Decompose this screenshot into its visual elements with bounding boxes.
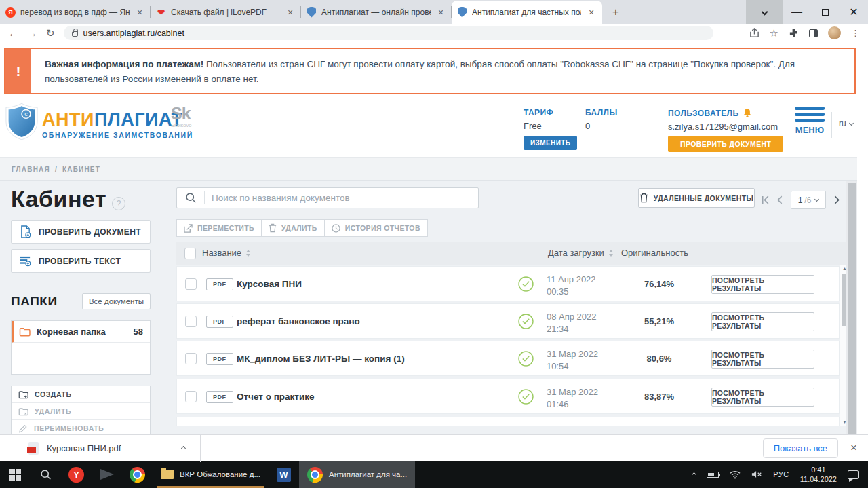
yandex-favicon: Я: [5, 7, 16, 18]
sort-name-icon[interactable]: [246, 250, 250, 257]
document-name[interactable]: Отчет о практике: [237, 392, 314, 402]
close-download-bar-icon[interactable]: ×: [850, 441, 857, 455]
tab-close-icon[interactable]: ×: [586, 7, 597, 18]
tab-close-icon[interactable]: ×: [285, 7, 296, 18]
page-select[interactable]: 1 /6: [791, 191, 826, 209]
tray-expand-icon[interactable]: [692, 472, 696, 476]
search-icon: [40, 469, 52, 481]
page-scrollbar[interactable]: ▼: [846, 181, 857, 434]
bookmark-star-icon[interactable]: ☆: [770, 27, 778, 39]
browser-menu-icon[interactable]: ⋮: [851, 28, 860, 38]
word-button[interactable]: W: [269, 461, 299, 488]
app-button[interactable]: [92, 461, 122, 488]
create-folder-button[interactable]: СОЗДАТЬ: [12, 386, 150, 403]
tab-yandex-search[interactable]: Я перевод из ворд в пдф — Яндекс: ×: [0, 1, 151, 24]
row-checkbox[interactable]: [185, 353, 197, 364]
first-page-icon[interactable]: [761, 195, 770, 204]
report-history-button[interactable]: ИСТОРИЯ ОТЧЕТОВ: [324, 219, 428, 237]
breadcrumb: ГЛАВНАЯ / КАБИНЕТ: [0, 157, 857, 181]
battery-icon[interactable]: [707, 472, 719, 478]
search-input[interactable]: [205, 193, 478, 203]
deleted-documents-button[interactable]: УДАЛЕННЫЕ ДОКУМЕНТЫ: [638, 188, 755, 208]
new-tab-button[interactable]: +: [606, 3, 625, 22]
delete-button[interactable]: УДАЛИТЬ: [261, 219, 325, 237]
check-text-button[interactable]: ПРОВЕРИТЬ ТЕКСТ: [11, 249, 151, 273]
language-selector[interactable]: ru: [839, 119, 853, 128]
move-button[interactable]: ПЕРЕМЕСТИТЬ: [176, 219, 262, 237]
start-button[interactable]: [0, 461, 31, 488]
rename-folder-button[interactable]: ПЕРЕИМЕНОВАТЬ: [12, 420, 150, 434]
shield-favicon: [307, 7, 316, 18]
menu-button[interactable]: МЕНЮ: [795, 107, 825, 135]
sort-date-icon[interactable]: [609, 250, 613, 257]
change-tariff-button[interactable]: ИЗМЕНИТЬ: [524, 136, 577, 150]
tab-antiplagiat-cabinet[interactable]: Антиплагиат для частных пользов ×: [452, 1, 602, 24]
side-panel-icon[interactable]: [809, 29, 818, 37]
all-documents-button[interactable]: Все документы: [82, 293, 151, 309]
document-name[interactable]: МК_диплом БЕЗ ЛИТ-РЫ — копия (1): [237, 354, 405, 364]
show-all-downloads-button[interactable]: Показать все: [763, 438, 838, 458]
yandex-icon: Y: [68, 467, 84, 483]
select-all-checkbox[interactable]: [184, 248, 196, 259]
explorer-window-button[interactable]: ВКР Обжалование д...: [153, 461, 269, 488]
chrome-icon: [130, 467, 145, 483]
notification-bell-icon[interactable]: [743, 108, 752, 118]
view-results-button[interactable]: ПОСМОТРЕТЬ РЕЗУЛЬТАТЫ: [711, 312, 814, 331]
forward-icon[interactable]: →: [27, 27, 37, 39]
prev-page-icon[interactable]: [776, 195, 785, 204]
minimize-button[interactable]: —: [783, 0, 811, 24]
close-button[interactable]: ✕: [840, 0, 868, 24]
action-center-icon[interactable]: [848, 470, 859, 479]
keyboard-language[interactable]: РУС: [773, 470, 789, 478]
tab-ilovepdf[interactable]: ❤ Скачать файл | iLovePDF ×: [151, 1, 301, 24]
help-icon[interactable]: ?: [112, 197, 125, 210]
check-document-header-button[interactable]: ПРОВЕРИТЬ ДОКУМЕНТ: [668, 136, 783, 152]
next-page-icon[interactable]: [832, 195, 841, 204]
view-results-button[interactable]: ПОСМОТРЕТЬ РЕЗУЛЬТАТЫ: [711, 350, 814, 369]
clock[interactable]: 0:4111.04.2022: [800, 465, 837, 485]
view-results-button[interactable]: ПОСМОТРЕТЬ РЕЗУЛЬТАТЫ: [711, 388, 814, 407]
document-name[interactable]: Курсовая ПНИ: [237, 279, 302, 289]
download-file-name: Курсовая ПНИ.pdf: [47, 443, 121, 453]
tariff-value: Free: [524, 121, 577, 131]
yandex-browser-button[interactable]: Y: [61, 461, 92, 488]
trash-icon: [639, 193, 648, 203]
page-count: /6: [804, 195, 811, 205]
row-checkbox[interactable]: [185, 278, 197, 290]
originality-value: 55,21%: [622, 316, 696, 326]
tab-antiplagiat-check[interactable]: Антиплагиат — онлайн проверка т ×: [301, 1, 452, 24]
downloaded-file-item[interactable]: Курсовая ПНИ.pdf: [0, 435, 200, 461]
share-icon[interactable]: [749, 28, 760, 38]
tab-close-icon[interactable]: ×: [134, 7, 145, 18]
extension-puzzle-icon[interactable]: [789, 28, 799, 38]
antiplagiat-shield-logo[interactable]: c: [5, 102, 38, 140]
delete-folder-button[interactable]: УДАЛИТЬ: [12, 403, 150, 420]
view-results-button[interactable]: ПОСМОТРЕТЬ РЕЗУЛЬТАТЫ: [711, 275, 814, 294]
document-name[interactable]: реферат банковское право: [237, 316, 360, 326]
page-scrollbar-thumb[interactable]: [848, 183, 856, 434]
tab-close-icon[interactable]: ×: [435, 7, 446, 18]
check-document-button[interactable]: ПРОВЕРИТЬ ДОКУМЕНТ: [11, 220, 151, 244]
chrome-button[interactable]: [122, 461, 153, 488]
pagination: 1 /6: [761, 191, 856, 209]
back-icon[interactable]: ←: [8, 27, 18, 39]
reload-icon[interactable]: ↻: [46, 27, 55, 39]
row-checkbox[interactable]: [185, 391, 197, 402]
root-folder-item[interactable]: Корневая папка 58: [12, 321, 150, 343]
wifi-icon[interactable]: [730, 470, 741, 479]
history-label: ИСТОРИЯ ОТЧЕТОВ: [345, 224, 420, 232]
restore-button[interactable]: [811, 0, 840, 24]
breadcrumb-home[interactable]: ГЛАВНАЯ: [12, 166, 50, 173]
originality-value: 76,14%: [622, 279, 696, 289]
active-chrome-window-button[interactable]: Антиплагиат для ча...: [299, 461, 415, 488]
taskbar-search-button[interactable]: [31, 461, 61, 488]
breadcrumb-separator: /: [55, 166, 58, 173]
download-options-chevron[interactable]: [181, 445, 186, 450]
profile-avatar[interactable]: [828, 26, 841, 39]
row-checkbox[interactable]: [185, 316, 197, 327]
tab-search-chevron[interactable]: [746, 0, 783, 24]
muted-speaker-icon[interactable]: [751, 470, 762, 479]
url-field[interactable]: users.antiplagiat.ru/cabinet: [64, 26, 713, 40]
lock-icon: [72, 31, 78, 37]
webpage: ! Важная информация по платежам! Пользов…: [0, 42, 868, 434]
